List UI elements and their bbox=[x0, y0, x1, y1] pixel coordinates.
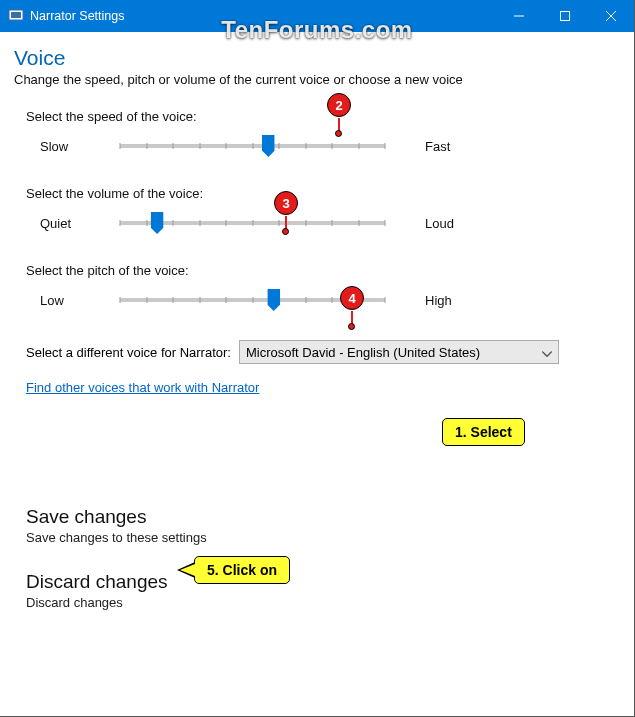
save-title: Save changes bbox=[26, 506, 620, 528]
discard-title: Discard changes bbox=[26, 571, 620, 593]
speed-label: Select the speed of the voice: bbox=[26, 109, 620, 124]
speed-slider[interactable] bbox=[120, 134, 385, 158]
annotation-callout-1: 1. Select bbox=[442, 418, 525, 446]
annotation-dot-4 bbox=[348, 323, 355, 330]
annotation-badge-3: 3 bbox=[274, 191, 298, 215]
discard-subtitle: Discard changes bbox=[26, 595, 620, 610]
speed-max-label: Fast bbox=[385, 139, 620, 154]
volume-thumb[interactable] bbox=[151, 212, 164, 234]
volume-max-label: Loud bbox=[385, 216, 620, 231]
chevron-down-icon bbox=[542, 345, 552, 360]
minimize-button[interactable] bbox=[496, 0, 542, 32]
maximize-button[interactable] bbox=[542, 0, 588, 32]
pitch-label: Select the pitch of the voice: bbox=[26, 263, 620, 278]
maximize-icon bbox=[560, 11, 570, 21]
volume-block: Select the volume of the voice: Quiet Lo… bbox=[14, 186, 620, 235]
app-icon bbox=[8, 8, 24, 24]
save-changes-button[interactable]: Save changes Save changes to these setti… bbox=[26, 506, 620, 545]
svg-rect-3 bbox=[561, 12, 570, 21]
find-voices-link[interactable]: Find other voices that work with Narrato… bbox=[14, 380, 259, 395]
volume-min-label: Quiet bbox=[40, 216, 120, 231]
annotation-badge-2: 2 bbox=[327, 93, 351, 117]
close-button[interactable] bbox=[588, 0, 634, 32]
voice-dropdown-value: Microsoft David - English (United States… bbox=[246, 345, 480, 360]
speed-thumb[interactable] bbox=[262, 135, 275, 157]
minimize-icon bbox=[514, 11, 524, 21]
volume-slider[interactable] bbox=[120, 211, 385, 235]
pitch-thumb[interactable] bbox=[267, 289, 280, 311]
annotation-dot-3 bbox=[282, 228, 289, 235]
close-icon bbox=[606, 11, 616, 21]
annotation-badge-4: 4 bbox=[340, 286, 364, 310]
discard-changes-button[interactable]: Discard changes Discard changes bbox=[26, 571, 620, 610]
title-bar: Narrator Settings bbox=[0, 0, 634, 32]
save-subtitle: Save changes to these settings bbox=[26, 530, 620, 545]
pitch-block: Select the pitch of the voice: Low High bbox=[14, 263, 620, 312]
annotation-callout-5: 5. Click on bbox=[194, 556, 290, 584]
speed-block: Select the speed of the voice: Slow Fast bbox=[14, 109, 620, 158]
pitch-max-label: High bbox=[385, 293, 620, 308]
voice-dropdown[interactable]: Microsoft David - English (United States… bbox=[239, 340, 559, 364]
pitch-min-label: Low bbox=[40, 293, 120, 308]
window-title: Narrator Settings bbox=[30, 9, 124, 23]
annotation-dot-2 bbox=[335, 130, 342, 137]
svg-rect-1 bbox=[11, 12, 21, 18]
select-voice-label: Select a different voice for Narrator: bbox=[26, 345, 231, 360]
speed-min-label: Slow bbox=[40, 139, 120, 154]
section-subtitle-voice: Change the speed, pitch or volume of the… bbox=[14, 72, 620, 87]
volume-label: Select the volume of the voice: bbox=[26, 186, 620, 201]
section-title-voice: Voice bbox=[14, 46, 620, 70]
